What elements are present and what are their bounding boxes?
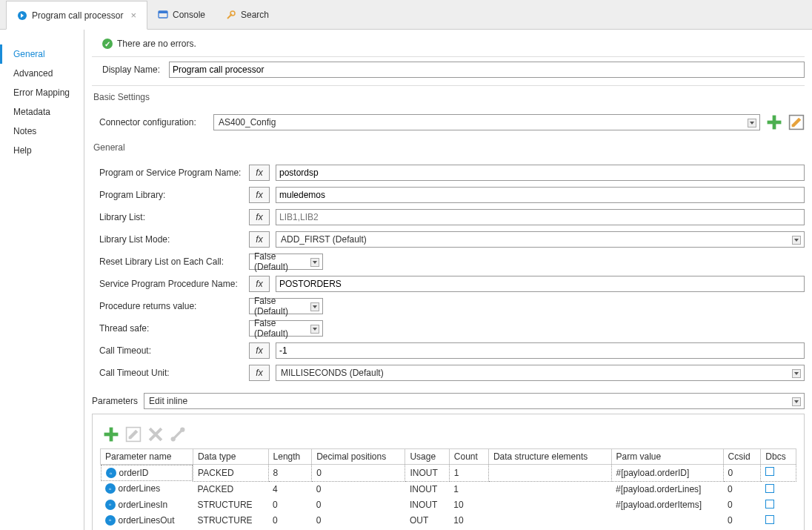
program-name-label: Program or Service Program Name:: [99, 168, 243, 178]
dbcs-checkbox[interactable]: [765, 484, 774, 493]
thread-safe-label: Thread safe:: [99, 323, 243, 334]
general-group: General Program or Service Program Name:…: [92, 142, 805, 387]
edit-config-button[interactable]: [788, 114, 805, 130]
cell-count: 1: [449, 465, 488, 482]
sidebar-item-help[interactable]: Help: [0, 141, 84, 160]
program-library-label: Program Library:: [99, 190, 243, 200]
library-list-row: Library List: fx: [99, 208, 805, 227]
tools-button[interactable]: [170, 426, 186, 443]
fx-button[interactable]: fx: [249, 209, 270, 225]
call-timeout-row: Call Timeout: fx: [99, 341, 805, 360]
dbcs-checkbox[interactable]: [765, 515, 774, 524]
program-name-input[interactable]: [276, 165, 805, 181]
library-list-input[interactable]: [276, 209, 805, 225]
chevron-down-icon: [792, 369, 801, 378]
reset-library-select[interactable]: False (Default): [249, 254, 323, 270]
svg-rect-5: [768, 121, 782, 125]
cell-name: ◦orderID: [101, 465, 193, 481]
search-icon: [226, 10, 236, 20]
add-parameter-button[interactable]: [103, 426, 119, 443]
sidebar-item-advanced[interactable]: Advanced: [0, 64, 84, 83]
call-timeout-unit-label: Call Timeout Unit:: [99, 368, 243, 378]
fx-button[interactable]: fx: [249, 187, 270, 203]
sidebar-item-general[interactable]: General: [0, 44, 84, 64]
table-row[interactable]: ◦orderIDPACKED80INOUT1#[payload.orderID]…: [101, 465, 796, 482]
col-parm-value[interactable]: Parm value: [611, 449, 723, 465]
connector-config-label: Connector configuration:: [99, 117, 207, 127]
fx-button[interactable]: fx: [249, 342, 270, 359]
display-name-input[interactable]: [169, 62, 805, 78]
cell-length: 4: [268, 481, 312, 497]
connector-config-row: Connector configuration: AS400_Config: [99, 113, 805, 132]
cell-usage: INOUT: [405, 497, 449, 513]
delete-parameter-button[interactable]: [147, 426, 164, 443]
cell-length: 0: [268, 513, 312, 529]
fx-button[interactable]: fx: [249, 276, 270, 292]
fx-button[interactable]: fx: [249, 165, 270, 181]
cell-count: 1: [449, 481, 488, 497]
table-row[interactable]: ◦orderLinesInSTRUCTURE00INOUT10#[payload…: [101, 497, 796, 513]
reset-library-label: Reset Library List on Each Call:: [99, 256, 243, 267]
cell-length: 8: [268, 465, 312, 482]
reset-library-row: Reset Library List on Each Call: False (…: [99, 252, 805, 271]
library-list-mode-select[interactable]: ADD_FIRST (Default): [276, 231, 805, 248]
chevron-down-icon: [748, 119, 756, 127]
procedure-returns-label: Procedure returns value:: [99, 301, 243, 311]
table-row[interactable]: ◦orderLinesOutSTRUCTURE00OUT100: [101, 513, 796, 529]
add-config-button[interactable]: [766, 114, 782, 130]
table-header-row: Parameter name Data type Length Decimal …: [101, 449, 796, 465]
cell-usage: INOUT: [405, 481, 449, 497]
col-count[interactable]: Count: [449, 449, 488, 465]
connector-icon: ◦: [105, 515, 116, 526]
dbcs-checkbox[interactable]: [765, 467, 774, 476]
connector-icon: ◦: [105, 500, 116, 510]
tab-search[interactable]: Search: [216, 0, 279, 29]
svg-point-3: [230, 11, 235, 16]
thread-safe-select[interactable]: False (Default): [249, 320, 323, 337]
tab-label: Search: [241, 10, 269, 20]
cell-data-type: PACKED: [193, 465, 268, 482]
tab-console[interactable]: Console: [147, 0, 216, 29]
chevron-down-icon: [310, 302, 319, 311]
col-dbcs[interactable]: Dbcs: [761, 449, 796, 465]
service-procedure-input[interactable]: [276, 276, 805, 292]
cell-parm-value: #[payload.orderID]: [611, 465, 723, 482]
col-dse[interactable]: Data structure elements: [488, 449, 611, 465]
tab-program-call-processor[interactable]: Program call processor ×: [6, 1, 147, 30]
parameters-mode-select[interactable]: Edit inline: [144, 393, 805, 409]
cell-data-type: PACKED: [193, 481, 268, 497]
col-data-type[interactable]: Data type: [193, 449, 268, 465]
fx-button[interactable]: fx: [249, 231, 270, 248]
parameters-toolbar: [100, 420, 796, 448]
cell-dbcs: [761, 481, 796, 497]
col-ccsid[interactable]: Ccsid: [723, 449, 761, 465]
sidebar-item-metadata[interactable]: Metadata: [0, 102, 84, 122]
cell-decimals: 0: [312, 465, 405, 482]
cell-parm-value: [611, 513, 723, 529]
procedure-returns-select[interactable]: False (Default): [249, 298, 323, 314]
cell-dse: [488, 497, 611, 513]
cell-name: ◦orderLines: [101, 481, 193, 496]
success-icon: ✓: [102, 39, 113, 49]
program-library-input[interactable]: [276, 187, 805, 203]
edit-parameter-button[interactable]: [125, 426, 142, 443]
sidebar-item-error-mapping[interactable]: Error Mapping: [0, 83, 84, 102]
col-usage[interactable]: Usage: [405, 449, 449, 465]
library-list-label: Library List:: [99, 212, 243, 222]
col-parameter-name[interactable]: Parameter name: [101, 449, 193, 465]
fx-button[interactable]: fx: [249, 365, 270, 381]
chevron-down-icon: [792, 236, 801, 245]
sidebar-item-notes[interactable]: Notes: [0, 122, 84, 141]
col-length[interactable]: Length: [268, 449, 312, 465]
close-icon[interactable]: ×: [130, 10, 136, 21]
cell-ccsid: 0: [723, 465, 761, 482]
call-timeout-input[interactable]: [276, 342, 805, 359]
table-row[interactable]: ◦orderLinesPACKED40INOUT1#[payload.order…: [101, 481, 796, 497]
dbcs-checkbox[interactable]: [765, 500, 774, 509]
cell-name: ◦orderLinesIn: [101, 497, 193, 512]
content: ✓ There are no errors. Display Name: Bas…: [84, 30, 812, 530]
connector-config-select[interactable]: AS400_Config: [213, 114, 760, 130]
col-decimal-positions[interactable]: Decimal positions: [312, 449, 405, 465]
call-timeout-unit-select[interactable]: MILLISECONDS (Default): [276, 365, 805, 381]
parameters-mode-row: Parameters Edit inline: [92, 393, 805, 409]
